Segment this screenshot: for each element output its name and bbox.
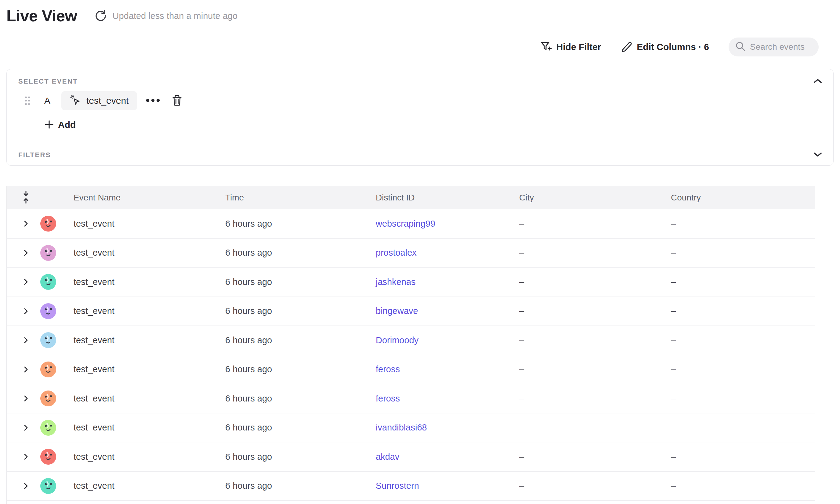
more-options-button[interactable]	[145, 98, 160, 104]
table-row[interactable]: test_event 6 hours ago webscraping99 – –	[7, 209, 815, 238]
chevron-up-icon	[813, 78, 822, 85]
column-header-time: Time	[225, 193, 376, 202]
hide-filter-button[interactable]: Hide Filter	[540, 40, 601, 54]
column-header-city: City	[519, 193, 671, 202]
user-avatar	[40, 216, 56, 232]
select-event-label: SELECT EVENT	[18, 77, 78, 86]
column-header-country: Country	[671, 193, 815, 202]
city-cell: –	[519, 277, 671, 287]
click-event-icon	[70, 94, 82, 107]
user-avatar	[40, 478, 56, 494]
edit-columns-label: Edit Columns · 6	[637, 42, 709, 52]
page-header: Live View Updated less than a minute ago	[6, 7, 238, 25]
more-options-icon	[145, 98, 160, 104]
city-cell: –	[519, 481, 671, 491]
distinct-id-link[interactable]: webscraping99	[376, 219, 435, 229]
drag-handle[interactable]	[24, 95, 31, 107]
user-avatar	[40, 245, 56, 261]
city-cell: –	[519, 306, 671, 316]
collapse-rows-icon	[22, 191, 30, 205]
filters-label: FILTERS	[18, 151, 51, 159]
refresh-button[interactable]	[94, 9, 108, 23]
user-avatar	[40, 420, 56, 436]
table-row[interactable]: test_event 6 hours ago feross – –	[7, 355, 815, 384]
event-name-cell: test_event	[59, 277, 225, 287]
plus-icon	[45, 120, 54, 130]
user-avatar	[40, 274, 56, 290]
country-cell: –	[671, 248, 815, 258]
edit-columns-button[interactable]: Edit Columns · 6	[620, 40, 709, 54]
distinct-id-link[interactable]: bingewave	[376, 306, 418, 316]
event-name-cell: test_event	[59, 422, 225, 433]
expand-row-chevron-icon[interactable]	[23, 220, 29, 227]
chevron-down-icon	[813, 151, 822, 158]
time-cell: 6 hours ago	[225, 335, 376, 345]
table-row[interactable]: test_event 6 hours ago feross – –	[7, 384, 815, 413]
expand-row-chevron-icon[interactable]	[23, 307, 29, 315]
country-cell: –	[671, 335, 815, 345]
country-cell: –	[671, 277, 815, 287]
table-body: test_event 6 hours ago webscraping99 – –	[7, 209, 815, 501]
expand-row-chevron-icon[interactable]	[23, 482, 29, 490]
event-name-cell: test_event	[59, 452, 225, 462]
distinct-id-link[interactable]: prostoalex	[376, 248, 417, 257]
distinct-id-link[interactable]: jashkenas	[376, 277, 416, 287]
user-avatar	[40, 391, 56, 407]
event-name-cell: test_event	[59, 481, 225, 491]
collapse-section-button[interactable]	[813, 78, 822, 85]
distinct-id-link[interactable]: ivandiblasi68	[376, 422, 427, 432]
search-icon	[735, 41, 746, 53]
country-cell: –	[671, 219, 815, 229]
series-label: A	[44, 95, 50, 106]
expand-row-chevron-icon[interactable]	[23, 395, 29, 402]
table-row[interactable]: test_event 6 hours ago akdav – –	[7, 443, 815, 472]
city-cell: –	[519, 248, 671, 258]
toolbar: Hide Filter Edit Columns · 6	[540, 37, 819, 56]
user-avatar	[40, 361, 56, 377]
table-row[interactable]: test_event 6 hours ago ivandiblasi68 – –	[7, 413, 815, 443]
search-input[interactable]	[750, 42, 811, 52]
expand-filters-button[interactable]	[813, 151, 822, 158]
table-row[interactable]: test_event 6 hours ago bingewave – –	[7, 297, 815, 326]
time-cell: 6 hours ago	[225, 422, 376, 433]
pencil-icon	[620, 40, 632, 54]
expand-row-chevron-icon[interactable]	[23, 424, 29, 431]
hide-filter-label: Hide Filter	[557, 42, 601, 52]
page-title: Live View	[6, 7, 77, 25]
table-row[interactable]: test_event 6 hours ago jashkenas – –	[7, 268, 815, 297]
city-cell: –	[519, 219, 671, 229]
expand-row-chevron-icon[interactable]	[23, 453, 29, 461]
table-row[interactable]: test_event 6 hours ago prostoalex – –	[7, 238, 815, 268]
expand-row-chevron-icon[interactable]	[23, 249, 29, 256]
add-event-button[interactable]: Add	[45, 120, 76, 130]
time-cell: 6 hours ago	[225, 277, 376, 287]
country-cell: –	[671, 452, 815, 462]
event-chip[interactable]: test_event	[62, 91, 137, 110]
event-name-cell: test_event	[59, 335, 225, 345]
distinct-id-link[interactable]: akdav	[376, 452, 399, 462]
distinct-id-link[interactable]: feross	[376, 364, 400, 374]
time-cell: 6 hours ago	[225, 481, 376, 491]
table-header-row: Event Name Time Distinct ID City Country	[7, 186, 815, 209]
distinct-id-link[interactable]: Sunrostern	[376, 481, 419, 490]
delete-event-button[interactable]	[172, 94, 182, 107]
collapse-all-cell[interactable]	[7, 191, 37, 205]
select-event-header: SELECT EVENT	[7, 69, 833, 86]
expand-row-chevron-icon[interactable]	[23, 278, 29, 286]
distinct-id-link[interactable]: Dorimoody	[376, 335, 419, 345]
time-cell: 6 hours ago	[225, 394, 376, 403]
expand-row-chevron-icon[interactable]	[23, 366, 29, 373]
distinct-id-link[interactable]: feross	[376, 394, 400, 403]
user-avatar	[40, 303, 56, 319]
expand-row-chevron-icon[interactable]	[23, 337, 29, 344]
event-name-cell: test_event	[59, 248, 225, 258]
city-cell: –	[519, 364, 671, 374]
updated-status-text: Updated less than a minute ago	[112, 11, 238, 21]
event-chip-label: test_event	[86, 95, 128, 106]
table-row[interactable]: test_event 6 hours ago Sunrostern – –	[7, 472, 815, 501]
table-row[interactable]: test_event 6 hours ago Dorimoody – –	[7, 326, 815, 355]
filters-section-row[interactable]: FILTERS	[7, 144, 833, 165]
time-cell: 6 hours ago	[225, 248, 376, 258]
country-cell: –	[671, 394, 815, 403]
search-box[interactable]	[729, 37, 819, 56]
